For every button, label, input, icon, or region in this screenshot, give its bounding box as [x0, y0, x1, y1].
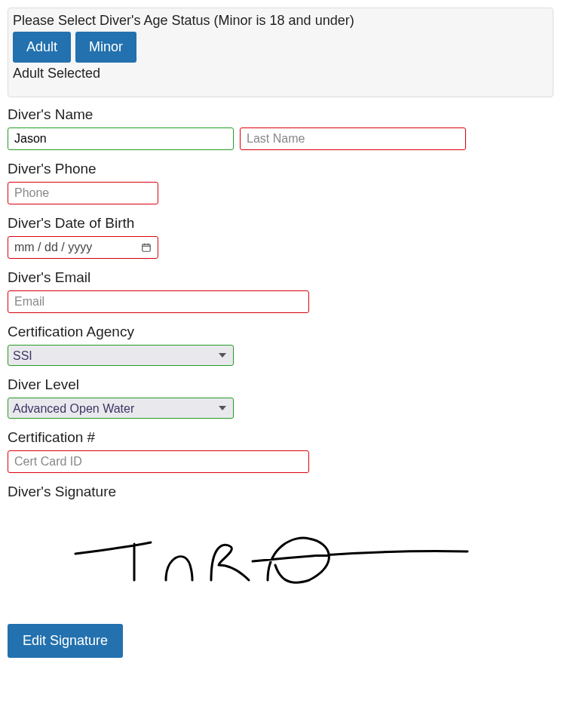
diver-dob-label: Diver's Date of Birth: [8, 215, 553, 232]
minor-button[interactable]: Minor: [75, 32, 136, 63]
calendar-icon: [141, 242, 152, 253]
diver-signature-label: Diver's Signature: [8, 484, 553, 500]
certification-agency-label: Certification Agency: [8, 324, 553, 340]
signature-drawing: [60, 520, 483, 595]
dob-input[interactable]: mm / dd / yyyy: [8, 236, 158, 259]
diver-phone-label: Diver's Phone: [8, 161, 553, 177]
phone-input[interactable]: [8, 182, 158, 204]
first-name-input[interactable]: [8, 127, 234, 150]
edit-signature-button[interactable]: Edit Signature: [8, 624, 123, 658]
certification-number-label: Certification #: [8, 429, 553, 446]
email-input[interactable]: [8, 290, 309, 313]
signature-pad[interactable]: [8, 505, 535, 610]
diver-name-label: Diver's Name: [8, 106, 553, 123]
age-status-selected: Adult Selected: [13, 66, 548, 81]
certification-agency-select[interactable]: SSI: [8, 345, 234, 366]
diver-level-select[interactable]: Advanced Open Water: [8, 398, 234, 419]
diver-email-label: Diver's Email: [8, 269, 553, 286]
age-status-title: Please Select Diver's Age Status (Minor …: [13, 13, 548, 29]
svg-rect-0: [143, 244, 151, 251]
diver-level-label: Diver Level: [8, 376, 553, 393]
adult-button[interactable]: Adult: [13, 32, 71, 63]
certification-number-input[interactable]: [8, 450, 309, 473]
dob-placeholder: mm / dd / yyyy: [14, 241, 92, 254]
age-status-panel: Please Select Diver's Age Status (Minor …: [8, 8, 553, 97]
last-name-input[interactable]: [240, 127, 466, 150]
